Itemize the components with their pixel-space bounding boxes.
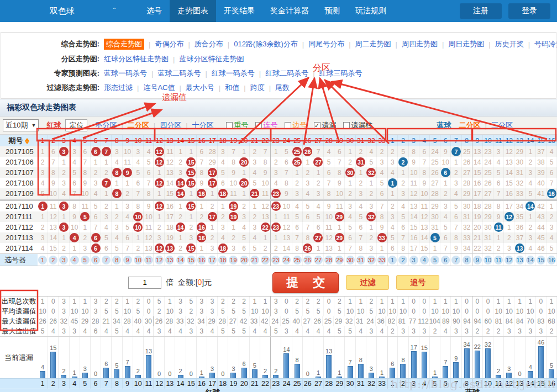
blue-pick-button[interactable]: 1 [388, 256, 397, 264]
red-pick-button[interactable]: 12 [155, 256, 164, 264]
sort-icon[interactable] [25, 138, 29, 144]
red-pick-button[interactable]: 11 [144, 256, 153, 264]
link-item[interactable]: 周四走势图 [402, 39, 438, 49]
red-pick-button[interactable]: 9 [123, 256, 132, 264]
period-header-cell[interactable]: 期号 [0, 135, 38, 146]
checkbox-box[interactable]: ✓ [314, 122, 320, 129]
checkbox-重号[interactable]: 重号 [226, 120, 249, 130]
red-pick-button[interactable]: 30 [346, 256, 355, 264]
link-item[interactable]: 号码冷热 [534, 39, 557, 49]
red-pick-button[interactable]: 19 [229, 256, 238, 264]
blue-pick-button[interactable]: 8 [463, 256, 471, 264]
link-item[interactable]: 连号AC值 [143, 83, 175, 93]
link-item[interactable]: 最大小号 [186, 83, 214, 93]
blue-pick-button[interactable]: 10 [484, 256, 492, 264]
checkbox-box[interactable] [343, 122, 350, 129]
red-pick-button[interactable]: 3 [59, 256, 68, 264]
blue-pick-button[interactable]: 15 [537, 256, 545, 264]
link-item[interactable]: 和值 [225, 83, 239, 93]
checkbox-遗漏[interactable]: ✓遗漏 [314, 120, 337, 130]
link-item[interactable]: 012路(除3余数)分布 [234, 39, 298, 49]
blue-pick-button[interactable]: 14 [526, 256, 535, 264]
link-item[interactable]: 周日走势图 [448, 39, 484, 49]
nav-item-选号[interactable]: 选号 [139, 0, 170, 22]
red-pick-button[interactable]: 7 [102, 256, 111, 264]
link-item[interactable]: 综合走势图 [104, 39, 144, 50]
nav-item-开奖结果[interactable]: 开奖结果 [216, 0, 262, 22]
chevron-down-icon[interactable]: ˆ︎ [113, 7, 115, 15]
blue-pick-button[interactable]: 2 [398, 256, 407, 264]
checkbox-连号[interactable]: 连号 [255, 120, 278, 130]
blue-zone-option[interactable]: 二分区 [459, 120, 481, 130]
link-item[interactable]: 奇偶分布 [155, 39, 183, 49]
checkbox-边号[interactable]: 边号 [285, 120, 307, 130]
blue-pick-button[interactable]: 9 [473, 256, 482, 264]
link-item[interactable]: 蓝球一码杀号 [104, 68, 147, 78]
link-item[interactable]: 形态过滤 [104, 83, 133, 93]
red-zone-option[interactable]: 十分区 [192, 120, 214, 130]
blue-pick-button[interactable]: 16 [547, 256, 556, 264]
blue-pick-button[interactable]: 11 [494, 256, 503, 264]
blue-pick-button[interactable]: 3 [409, 256, 418, 264]
red-pick-button[interactable]: 14 [176, 256, 185, 264]
nav-item-走势图表[interactable]: 走势图表 [170, 0, 216, 22]
red-pick-button[interactable]: 18 [218, 256, 227, 264]
red-pick-button[interactable]: 15 [187, 256, 196, 264]
red-pick-button[interactable]: 20 [240, 256, 249, 264]
blue-pick-button[interactable]: 13 [516, 256, 524, 264]
red-pick-button[interactable]: 21 [250, 256, 259, 264]
checkbox-box[interactable] [226, 122, 233, 129]
red-pick-button[interactable]: 8 [112, 256, 121, 264]
red-pick-button[interactable]: 24 [282, 256, 291, 264]
link-item[interactable]: 尾数 [275, 83, 290, 93]
register-button[interactable]: 注册 [460, 3, 502, 19]
multiplier-input[interactable] [128, 277, 161, 289]
red-pick-button[interactable]: 5 [81, 256, 90, 264]
blue-zone-option[interactable]: 三分区 [491, 120, 513, 130]
filter-button[interactable]: 过滤 [346, 275, 389, 290]
red-pick-button[interactable]: 32 [367, 256, 376, 264]
nav-item-玩法规则[interactable]: 玩法规则 [348, 0, 394, 22]
period-select[interactable]: 近10期 ▼ [3, 119, 39, 131]
red-pick-button[interactable]: 1 [38, 256, 47, 264]
red-pick-button[interactable]: 16 [197, 256, 206, 264]
red-pick-button[interactable]: 33 [377, 256, 386, 264]
red-pick-button[interactable]: 23 [271, 256, 280, 264]
link-item[interactable]: 蓝球二码杀号 [157, 68, 201, 78]
position-button[interactable]: 定位 [65, 119, 87, 131]
blue-pick-button[interactable]: 7 [451, 256, 460, 264]
link-item[interactable]: 红球分区特征走势图 [104, 54, 169, 64]
link-item[interactable]: 同尾号分布 [308, 39, 344, 49]
link-item[interactable]: 红球一码杀号 [212, 68, 255, 78]
blue-pick-button[interactable]: 5 [430, 256, 439, 264]
red-zone-option[interactable]: 四分区 [160, 120, 181, 130]
checkbox-box[interactable] [255, 122, 262, 129]
blue-pick-button[interactable]: 12 [505, 256, 513, 264]
checkbox-遗漏柱[interactable]: 遗漏柱 [343, 120, 373, 130]
blue-pick-button[interactable]: 4 [420, 256, 429, 264]
checkbox-box[interactable] [285, 122, 291, 129]
red-pick-button[interactable]: 4 [70, 256, 79, 264]
red-pick-button[interactable]: 25 [293, 256, 302, 264]
login-button[interactable]: 登录 [508, 3, 550, 19]
red-pick-button[interactable]: 17 [208, 256, 217, 264]
link-item[interactable]: 历史开奖 [495, 39, 524, 49]
red-pick-button[interactable]: 29 [335, 256, 344, 264]
nav-item-预测[interactable]: 预测 [317, 0, 348, 22]
red-zone-option[interactable]: 不分区 [95, 120, 117, 130]
submit-button[interactable]: 提 交 [272, 272, 339, 293]
link-item[interactable]: 红球二码杀号 [265, 68, 308, 78]
nav-item-奖金计算器[interactable]: 奖金计算器 [262, 0, 317, 22]
red-pick-button[interactable]: 10 [134, 256, 143, 264]
link-item[interactable]: 质合分布 [195, 39, 223, 49]
red-pick-button[interactable]: 22 [261, 256, 270, 264]
red-pick-button[interactable]: 26 [303, 256, 312, 264]
red-pick-button[interactable]: 6 [91, 256, 100, 264]
red-pick-button[interactable]: 31 [356, 256, 365, 264]
red-zone-option[interactable]: 二分区 [128, 120, 149, 130]
link-item[interactable]: 红球三码杀号 [319, 68, 362, 78]
link-item[interactable]: 跨度 [250, 83, 265, 93]
red-pick-button[interactable]: 28 [324, 256, 333, 264]
blue-pick-button[interactable]: 6 [441, 256, 450, 264]
red-pick-button[interactable]: 27 [314, 256, 323, 264]
